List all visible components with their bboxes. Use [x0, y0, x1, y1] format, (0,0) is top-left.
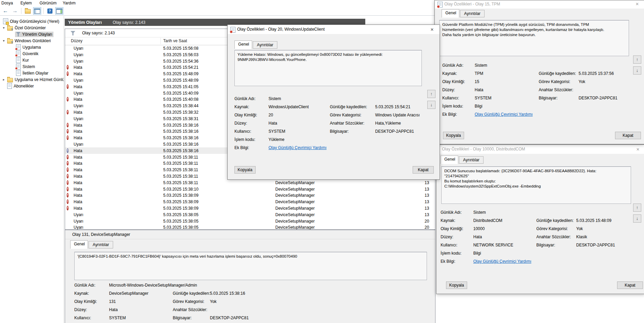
scroll-down-button[interactable]: ↓	[427, 101, 435, 109]
event-log-icon	[230, 27, 235, 33]
scroll-up-button[interactable]: ↑	[633, 55, 641, 64]
copy-button[interactable]: Kopyala	[446, 281, 467, 289]
event-row[interactable]: !Hata5.03.2025 15:38:09DeviceSetupManage…	[65, 205, 435, 211]
back-button[interactable]: ←	[1, 7, 10, 15]
event-time: 5.03.2025 15:38:09	[163, 206, 198, 211]
tree-item-content: Sistem	[15, 63, 36, 70]
column-divider[interactable]	[160, 38, 161, 44]
chevron-down-icon[interactable]: ▾	[1, 26, 6, 30]
event-description[interactable]: Yükleme Hatası: Windows, şu güncelleştir…	[234, 50, 422, 86]
event-row[interactable]: !Hata5.03.2025 15:38:09DeviceSetupManage…	[65, 198, 435, 205]
scroll-down-button[interactable]: ↓	[633, 66, 641, 75]
tree-item-uygulama[interactable]: Uygulama	[0, 44, 64, 50]
event-time: 5.03.2025 15:38:11	[163, 155, 198, 160]
close-icon[interactable]: ✕	[429, 27, 435, 32]
user-value: SYSTEM	[475, 96, 491, 100]
event-description[interactable]: Güvenilir Platform Modülü'ne (TPM) yönel…	[439, 20, 629, 56]
help-button[interactable]: ?	[46, 7, 54, 15]
close-button[interactable]: Kapat	[615, 132, 641, 139]
field-label: İşlem kodu:	[234, 137, 255, 142]
tab-details[interactable]: Ayrıntılar	[460, 10, 485, 17]
tab-details[interactable]: Ayrıntılar	[89, 241, 113, 248]
error-icon: !	[67, 135, 68, 140]
event-row[interactable]: Uyarı5.03.2025 15:38:05DeviceSetupManage…	[65, 224, 435, 229]
tab-general[interactable]: Genel	[441, 156, 458, 164]
event-id-value: 20	[269, 113, 273, 117]
task-category-value: Yok	[579, 79, 585, 84]
console-tree-toggle-button[interactable]	[33, 7, 41, 15]
help-icon: ?	[47, 9, 52, 14]
dialog-title: Olay Özellikleri - Olay 10000, Distribut…	[442, 147, 525, 151]
column-header-level[interactable]: Düzey	[71, 38, 82, 43]
scroll-up-button[interactable]: ↑	[427, 90, 435, 98]
dialog-title-bar[interactable]: Olay Özellikleri - Olay 15, TPM ✕	[435, 0, 644, 9]
event-description[interactable]: '{C80194F3-02F1-BD1F-59C7-791F8C1FB604}'…	[74, 252, 427, 280]
tree-item-abonelikler[interactable]: Abonelikler	[0, 83, 64, 89]
event-row[interactable]: !Hata5.03.2025 15:38:11DeviceSetupManage…	[65, 179, 435, 186]
scroll-down-button[interactable]: ↓	[633, 214, 641, 223]
event-level: Hata	[74, 110, 82, 115]
tree-item-sistem[interactable]: Sistem	[0, 63, 64, 70]
tree-item-olay-g-r-nt-leyicisi-yerel[interactable]: Olay Görüntüleyicisi (Yerel)	[0, 18, 64, 25]
close-icon[interactable]: ✕	[634, 1, 640, 7]
close-button[interactable]: Kapat	[617, 281, 643, 289]
menu-gorunum[interactable]: Görünüm	[38, 1, 58, 6]
chevron-down-icon[interactable]: ▾	[1, 39, 6, 43]
tree-item-content: İletilen Olaylar	[15, 70, 49, 76]
forward-button[interactable]: →	[11, 7, 19, 15]
tree-item-g-venlik[interactable]: Güvenlik	[0, 50, 64, 57]
event-row[interactable]: !Hata5.03.2025 15:38:10DeviceSetupManage…	[65, 186, 435, 192]
tree-item-kur[interactable]: Kur	[0, 57, 64, 63]
copy-button[interactable]: Kopyala	[443, 132, 464, 139]
action-pane-icon	[56, 9, 62, 14]
copy-button[interactable]: Kopyala	[234, 166, 256, 174]
tab-general[interactable]: Genel	[234, 41, 252, 49]
log-name-value: Sistem	[475, 63, 487, 68]
chevron-right-icon[interactable]: ▸	[1, 78, 6, 81]
online-help-link[interactable]: Olay Günlüğü Çevrimiçi Yardımı	[269, 145, 326, 150]
tab-details[interactable]: Ayrıntılar	[459, 156, 484, 164]
field-label: Anahtar Sözcükler:	[536, 235, 571, 239]
event-properties-dialog-update: Olay Özellikleri - Olay 20, WindowsUpdat…	[227, 25, 440, 180]
error-icon: !	[67, 199, 68, 204]
close-button[interactable]: Kapat	[413, 166, 434, 174]
tab-details[interactable]: Ayrıntılar	[253, 41, 277, 49]
tree-item-uygulama-ve-hizmet-g-nl-k[interactable]: ▸Uygulama ve Hizmet Günlük	[0, 76, 64, 83]
dialog-title-bar[interactable]: Olay Özellikleri - Olay 10000, Distribut…	[436, 145, 644, 154]
tree-item-content: Olay Görüntüleyicisi (Yerel)	[2, 18, 60, 25]
column-header-datetime[interactable]: Tarih ve Saat	[163, 38, 187, 43]
scroll-up-button[interactable]: ↑	[633, 204, 641, 212]
event-source: DeviceSetupManager	[275, 187, 315, 192]
user-value: NETWORK SERVICE	[473, 243, 513, 247]
error-icon: !	[67, 174, 68, 179]
level-glyph: !	[67, 97, 68, 101]
menu-yardim[interactable]: Yardım	[61, 1, 77, 6]
field-label: Günlük Adı:	[441, 210, 462, 215]
close-icon[interactable]: ✕	[635, 147, 641, 152]
tree-item-i-letilen-olaylar[interactable]: İletilen Olaylar	[0, 70, 64, 76]
event-row[interactable]: Uyarı5.03.2025 15:38:05DeviceSetupManage…	[65, 218, 435, 224]
event-description[interactable]: DCOM Sunucusu başlatılamadı: {3C296D07-9…	[441, 166, 631, 204]
tree-item-windows-g-nl-kleri[interactable]: ▾Windows Günlükleri	[0, 37, 64, 44]
error-icon: !	[67, 129, 68, 134]
field-label: Kullanıcı:	[74, 316, 91, 320]
online-help-link[interactable]: Olay Günlüğü Çevrimiçi Yardımı	[475, 112, 533, 117]
event-row[interactable]: Uyarı5.03.2025 15:38:05DeviceSetupManage…	[65, 211, 435, 218]
tab-general[interactable]: Genel	[70, 240, 88, 249]
event-row[interactable]: !Hata5.03.2025 15:38:09DeviceSetupManage…	[65, 192, 435, 198]
menu-dosya[interactable]: Dosya	[0, 1, 14, 6]
event-level: Uyarı	[74, 212, 83, 217]
event-level: Uyarı	[74, 219, 83, 224]
menu-eylem[interactable]: Eylem	[19, 1, 33, 6]
tab-general[interactable]: Genel	[442, 9, 459, 18]
filter-event-count: Olay sayısı: 2.143	[82, 31, 115, 35]
action-pane-toggle-button[interactable]	[55, 7, 63, 15]
dialog-title-bar[interactable]: Olay Özellikleri - Olay 20, WindowsUpdat…	[228, 25, 440, 34]
dialog-title: Olay Özellikleri - Olay 20, WindowsUpdat…	[237, 27, 325, 32]
tree-item-y-netim-olaylar[interactable]: Yönetim Olayları	[0, 31, 64, 37]
event-level: Uyarı	[74, 142, 83, 147]
tree-item-zel-g-r-n-mler[interactable]: ▾Özel Görünümler	[0, 25, 64, 31]
export-button[interactable]	[24, 7, 32, 15]
online-help-link[interactable]: Olay Günlüğü Çevrimiçi Yardımı	[473, 259, 531, 264]
field-label: Bilgisayar:	[536, 243, 555, 247]
